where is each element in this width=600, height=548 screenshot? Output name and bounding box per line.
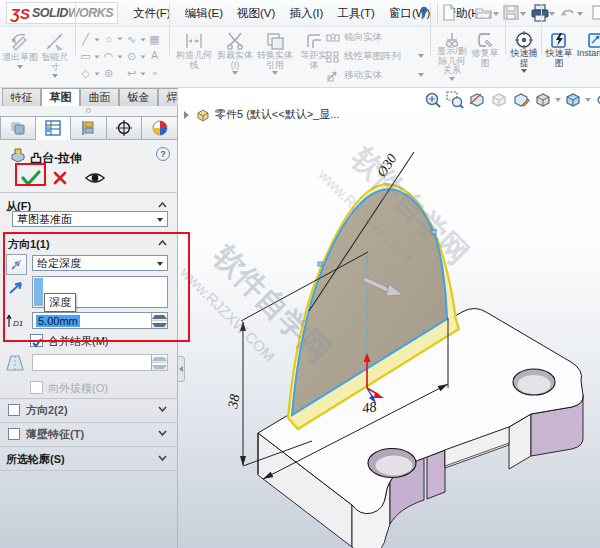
display-style-icon[interactable] [532,90,554,110]
print-dropdown[interactable] [549,12,555,16]
graphics-area[interactable]: 38 48 Ø30 软件自学网 www.RJZXW.COM 软件自学网 www.… [178,88,600,548]
panel-splitter-dot[interactable] [86,108,91,113]
thin-feature-section-label[interactable]: 薄壁特征(T) [26,427,84,442]
arc-tool[interactable]: ◠ [102,50,123,63]
section-view-icon[interactable] [466,90,488,110]
draft-outward-checkbox[interactable] [30,381,43,394]
cancel-button[interactable] [52,170,68,186]
view-orientation-dropdown[interactable] [585,98,591,102]
direction2-chevron[interactable] [158,406,167,412]
open-document-dropdown[interactable] [493,12,499,16]
new-document-dropdown[interactable] [458,12,464,16]
linear-sketch-pattern-button[interactable]: 线性草图阵列 [326,50,401,63]
panel-collapse-handle[interactable] [178,356,185,382]
draft-spinner[interactable] [151,355,167,370]
open-document-icon[interactable] [475,4,493,22]
help-icon[interactable]: ? [156,147,170,161]
sketch-picture-tool[interactable]: ▦ [148,33,161,46]
quick-snaps-dropdown[interactable] [521,69,527,73]
tab-features[interactable]: 特征 [2,88,41,106]
quick-snaps-button[interactable]: 快速捕捉 [508,31,540,73]
print-icon[interactable] [531,4,549,22]
preview-eye-button[interactable] [84,170,106,186]
smart-dimension-dropdown[interactable] [52,74,58,78]
view-orientation-icon[interactable] [562,90,584,110]
display-style-dropdown[interactable] [555,98,561,102]
smart-dimension-icon [44,31,66,53]
quick-sketch-button[interactable]: 快速草图 [544,31,574,68]
circle-tool[interactable]: ○ [102,33,123,45]
smart-dimension-button[interactable]: 智能尺寸 [38,31,72,78]
model-scene: 38 48 Ø30 软件自学网 www.RJZXW.COM 软件自学网 www.… [178,88,600,548]
thin-feature-checkbox[interactable] [8,428,20,440]
menu-edit[interactable]: 编辑(E) [178,6,230,21]
construction-geometry-button[interactable]: 构造几何线 [171,31,217,70]
pattern-dropdown[interactable] [418,54,424,58]
text-tool[interactable]: A [148,50,161,61]
trim-entities-dropdown[interactable] [232,71,238,75]
direction2-checkbox[interactable] [8,404,20,416]
hole-right-bottom [518,375,551,394]
thin-feature-chevron[interactable] [158,430,167,436]
save-dropdown[interactable] [520,12,526,16]
display-delete-relations-button[interactable]: 显示/删除几何关系 [433,31,471,81]
polygon-tool[interactable]: ⊚ [102,67,115,80]
from-collapse-chevron[interactable] [158,202,167,208]
draft-angle-input[interactable] [32,354,168,371]
rectangle-tool[interactable]: ▭ [79,50,100,63]
trim-entities-button[interactable]: 剪裁实体(I) [216,31,254,75]
line-tool[interactable]: ╱ [79,33,100,46]
edit-appearance-icon[interactable] [510,90,532,110]
offset-entities-icon [304,31,324,51]
pin-icon[interactable] [416,5,430,25]
zoom-to-area-icon[interactable] [444,90,466,110]
slot-tool[interactable]: ◇ [79,67,100,80]
menu-insert[interactable]: 插入(I) [282,6,330,21]
move-dropdown[interactable] [418,73,424,77]
new-document-icon[interactable] [441,4,459,22]
convert-entities-dropdown[interactable] [272,71,278,75]
selected-contours-chevron[interactable] [158,455,167,461]
tab-sketch[interactable]: 草图 [41,88,80,106]
fillet-tool[interactable]: ↩ [125,67,146,80]
direction2-section-label[interactable]: 方向2(2) [26,403,68,418]
spline-tool[interactable]: ∿ [125,33,146,46]
logo-mark: ƷS [11,5,30,22]
move-entities-button[interactable]: 移动实体 [326,69,382,82]
dim-width[interactable]: 48 [361,399,377,416]
menu-view[interactable]: 视图(V) [230,6,282,21]
exit-sketch-dropdown[interactable] [17,65,23,69]
menubar-separator [437,3,438,23]
tab-dimxpert-manager[interactable] [107,116,143,140]
hide-show-items-icon[interactable] [592,90,600,110]
instant2d-button[interactable]: Instant2D [576,31,600,59]
exit-sketch-button[interactable]: 退出草图 [2,31,38,69]
relations-dropdown[interactable] [449,77,455,81]
ellipse-tool[interactable]: ⊙ [125,50,146,63]
from-combo[interactable]: 草图基准面 [12,211,168,227]
menu-tools[interactable]: 工具(T) [330,6,382,21]
sketch-point[interactable] [318,262,322,266]
undo-dropdown[interactable] [577,12,583,16]
repair-sketch-button[interactable]: 修复草图 [468,31,502,68]
zoom-to-fit-icon[interactable] [422,90,444,110]
mirror-entities-button[interactable]: 镜向实体 [326,31,382,44]
instant2d-icon [587,31,600,49]
selected-contours-label[interactable]: 所选轮廓(S) [6,452,65,467]
point-tool[interactable]: ∘ [148,67,161,80]
feature-tree-item[interactable]: 零件5 (默认<<默认>_显... [184,107,339,122]
tab-surfaces[interactable]: 曲面 [80,88,119,106]
headsup-toolbar [422,90,600,110]
tab-configuration-manager[interactable] [71,116,107,140]
tab-property-manager[interactable] [36,116,72,140]
repair-sketch-icon [476,31,494,49]
undo-icon[interactable] [559,4,577,22]
tree-expand-icon[interactable] [184,111,189,119]
tab-feature-manager[interactable] [0,116,36,140]
clipped-icon[interactable] [591,4,600,22]
convert-entities-button[interactable]: 转换实体引用 [255,31,295,75]
tab-sheet-metal[interactable]: 钣金 [119,88,158,106]
tab-display-manager[interactable] [142,116,178,140]
view-settings-icon[interactable] [488,90,510,110]
dim-height[interactable]: 38 [225,393,242,410]
